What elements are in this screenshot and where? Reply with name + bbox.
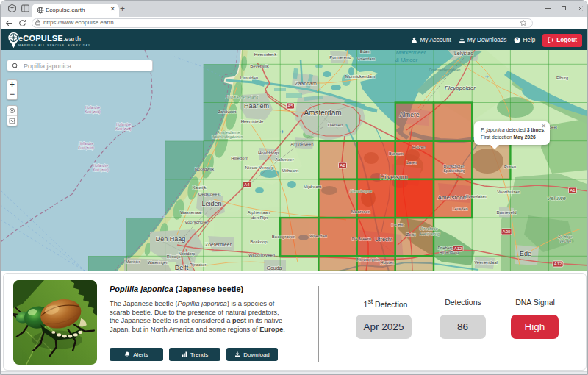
svg-text:Spakenburg: Spakenburg: [443, 168, 465, 173]
svg-text:Flevopolder: Flevopolder: [445, 85, 476, 91]
svg-text:Veluwe: Veluwe: [547, 195, 566, 201]
svg-text:Utrecht: Utrecht: [375, 236, 393, 243]
svg-text:A1: A1: [570, 188, 576, 193]
svg-text:Uithoorn: Uithoorn: [282, 168, 299, 173]
svg-text:Leusden: Leusden: [452, 207, 467, 211]
svg-text:A4: A4: [244, 182, 250, 187]
svg-text:Barneveld: Barneveld: [496, 210, 516, 215]
svg-text:A12: A12: [554, 262, 562, 266]
svg-text:✈: ✈: [485, 74, 490, 79]
svg-text:Ede: Ede: [520, 250, 531, 257]
svg-text:Diemen: Diemen: [328, 123, 343, 127]
svg-text:Amsterdam: Amsterdam: [304, 109, 341, 117]
svg-text:Woerden: Woerden: [309, 234, 327, 238]
svg-text:Amstelveen: Amstelveen: [290, 142, 313, 146]
svg-text:Boskoop: Boskoop: [250, 240, 268, 244]
svg-text:Oegstgeest: Oegstgeest: [198, 192, 221, 196]
svg-text:De Meern: De Meern: [352, 237, 371, 241]
svg-text:Zandvoort: Zandvoort: [218, 110, 237, 114]
svg-text:Huizen: Huizen: [412, 145, 426, 149]
svg-text:Hilversum: Hilversum: [380, 174, 408, 181]
svg-text:Hoevelaken: Hoevelaken: [465, 194, 487, 199]
svg-text:Elburg: Elburg: [556, 76, 568, 80]
svg-text:Heemstede: Heemstede: [241, 119, 264, 124]
svg-text:Delft: Delft: [175, 264, 189, 271]
svg-text:Zeist: Zeist: [406, 232, 415, 237]
svg-text:Bodegraven: Bodegraven: [272, 235, 295, 239]
svg-text:Oostvaardersplassen: Oostvaardersplassen: [429, 68, 461, 72]
svg-text:Aalsmeer: Aalsmeer: [275, 157, 293, 162]
svg-text:Kust (zuid): Kust (zuid): [85, 110, 101, 114]
svg-text:Putten: Putten: [504, 165, 516, 169]
svg-text:Wateringen: Wateringen: [148, 260, 168, 265]
svg-text:De Bilt: De Bilt: [391, 223, 404, 227]
svg-text:Zoetermeer: Zoetermeer: [205, 242, 232, 247]
svg-text:Hoofddorp: Hoofddorp: [258, 151, 279, 155]
svg-text:Pijnacker: Pijnacker: [190, 262, 207, 267]
svg-text:Almere: Almere: [400, 111, 420, 118]
svg-text:Monnickendam: Monnickendam: [345, 74, 376, 79]
svg-text:Veluwe: Veluwe: [559, 239, 571, 243]
svg-text:den Rijn: den Rijn: [251, 215, 268, 220]
svg-text:Heemskerk: Heemskerk: [254, 52, 277, 57]
svg-text:Zaandam: Zaandam: [295, 81, 317, 86]
svg-text:Mijdrecht: Mijdrecht: [304, 185, 322, 189]
svg-text:Houten: Houten: [380, 260, 394, 265]
svg-text:Nieuwkoopse: Nieuwkoopse: [350, 189, 372, 193]
svg-text:Edam: Edam: [360, 50, 371, 54]
svg-text:Hillegom: Hillegom: [231, 156, 248, 160]
svg-text:Bussum: Bussum: [389, 151, 404, 156]
svg-text:✈: ✈: [280, 129, 285, 135]
svg-text:Hollandse: Hollandse: [93, 164, 109, 168]
svg-text:Volendam: Volendam: [357, 57, 376, 61]
svg-text:Katwijk: Katwijk: [192, 185, 207, 190]
svg-text:Amersfoort: Amersfoort: [437, 194, 467, 201]
svg-text:Leiden: Leiden: [201, 200, 221, 207]
svg-text:Voorthuizen: Voorthuizen: [497, 190, 520, 194]
svg-text:Zuid-Kennemerland: Zuid-Kennemerland: [225, 95, 258, 99]
svg-text:Wassenaar: Wassenaar: [180, 210, 202, 215]
svg-text:Hollandse: Hollandse: [85, 106, 101, 110]
svg-text:Waddinxveen: Waddinxveen: [248, 253, 275, 257]
svg-text:Hollandse: Hollandse: [79, 142, 94, 146]
svg-text:Nieuwegein: Nieuwegein: [356, 257, 379, 262]
svg-text:Hollandse: Hollandse: [116, 123, 132, 126]
svg-text:Heuvelrug: Heuvelrug: [420, 232, 440, 236]
svg-text:Nootdorp: Nootdorp: [179, 251, 196, 256]
svg-text:Gouda: Gouda: [266, 265, 282, 271]
svg-text:Purmerend: Purmerend: [329, 55, 351, 60]
svg-text:Veenendaal: Veenendaal: [474, 260, 498, 265]
svg-text:Monster: Monster: [126, 260, 140, 264]
svg-text:Laren: Laren: [406, 160, 417, 165]
svg-text:Den Haag: Den Haag: [156, 235, 186, 243]
svg-text:A2: A2: [340, 163, 345, 168]
svg-text:Voorschoten: Voorschoten: [184, 220, 209, 224]
svg-text:Kust (zuid): Kust (zuid): [78, 146, 94, 150]
svg-text:A12: A12: [454, 246, 462, 251]
svg-text:A30: A30: [503, 229, 511, 234]
svg-text:Haarlem: Haarlem: [244, 102, 269, 110]
svg-text:A5: A5: [287, 104, 293, 108]
svg-text:Maarssen: Maarssen: [351, 210, 370, 214]
svg-text:?: ?: [516, 38, 519, 42]
svg-text:IJmuiden: IJmuiden: [240, 76, 258, 80]
svg-text:Kust (zuid): Kust (zuid): [93, 168, 109, 172]
svg-text:Waterleidingduinen: Waterleidingduinen: [212, 135, 243, 139]
svg-text:Markermeer: Markermeer: [396, 50, 426, 56]
svg-text:Nieuw-Vennep: Nieuw-Vennep: [245, 165, 274, 170]
svg-text:Beverwijk: Beverwijk: [250, 64, 270, 68]
svg-text:Utrechtse: Utrechtse: [419, 226, 438, 231]
svg-text:Alphen aan: Alphen aan: [248, 210, 270, 215]
svg-text:& IJmeer: & IJmeer: [395, 57, 418, 63]
